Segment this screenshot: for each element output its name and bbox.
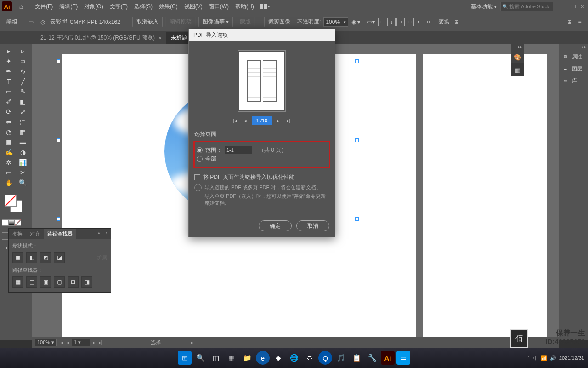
clock[interactable]: 2021/12/31 [559,355,584,361]
graph-tool-icon[interactable]: 📊 [16,157,30,167]
direct-selection-tool-icon[interactable]: ▹ [16,46,30,56]
crop-pf-icon[interactable]: ▢ [54,276,65,288]
all-radio[interactable] [197,156,203,162]
ok-button[interactable]: 确定 [259,220,292,231]
menu-object[interactable]: 对象(O) [84,3,103,11]
scale-tool-icon[interactable]: ⤢ [16,107,30,117]
unite-icon[interactable]: ◼ [12,252,23,263]
hand-tool-icon[interactable]: ✋ [2,178,16,188]
merge-icon[interactable]: ▣ [40,276,51,288]
first-artboard-icon[interactable]: |◂ [58,340,64,345]
transform-label[interactable]: 变换 [438,18,449,26]
home-icon[interactable]: ⌂ [15,0,28,13]
panel-collapse-icon[interactable]: « [96,230,102,236]
menu-help[interactable]: 帮助(H) [235,3,254,11]
fill-stroke-swatches[interactable] [2,195,30,216]
status-play-icon[interactable]: ▸ [190,340,194,345]
app-icon[interactable]: 📋 [350,351,363,365]
first-page-icon[interactable]: |◂ [232,117,239,124]
app-icon[interactable]: 🛡 [303,351,317,365]
prev-page-icon[interactable]: ◂ [242,117,249,124]
gradient-tool-icon[interactable]: ▬ [16,137,30,147]
zoom-field[interactable]: 100% ▾ [35,339,57,346]
wifi-icon[interactable]: 📶 [541,355,547,361]
opacity-input[interactable]: 100%▾ [323,17,348,27]
range-radio[interactable] [197,147,203,153]
color-panel-icon[interactable]: 🎨 [511,51,524,63]
tray-chevron-icon[interactable]: ˄ [527,355,530,361]
task-view-icon[interactable]: ◫ [209,351,223,365]
symbol-sprayer-tool-icon[interactable]: ✲ [2,157,16,167]
menu-view[interactable]: 视图(V) [184,3,203,11]
shaper-tool-icon[interactable]: ✐ [2,97,16,107]
trim-icon[interactable]: ◫ [26,276,37,288]
intersect-icon[interactable]: ◩ [40,252,51,263]
search-task-icon[interactable]: 🔍 [193,351,207,365]
line-tool-icon[interactable]: ╱ [16,76,30,86]
pen-tool-icon[interactable]: ✒ [2,66,16,76]
panel-close-icon[interactable]: × [103,230,110,236]
pathfinder-tab[interactable]: 路径查找器 [44,229,76,239]
widgets-icon[interactable]: ▦ [225,351,238,365]
settings-icon[interactable]: ≡ [575,17,584,27]
layers-panel-button[interactable]: ≣图层 [559,63,588,75]
start-icon[interactable]: ⊞ [178,351,192,365]
rectangle-tool-icon[interactable]: ▭ [2,86,16,97]
next-artboard-icon[interactable]: ▸ [92,340,96,345]
align-menu-icon[interactable]: ▭▾ [366,17,375,27]
next-page-icon[interactable]: ▸ [275,117,282,124]
free-transform-tool-icon[interactable]: ⬚ [16,117,30,127]
perspective-tool-icon[interactable]: ▦ [16,127,30,137]
unembed-button[interactable]: 取消嵌入 [132,17,163,27]
image-trace-button[interactable]: 图像描摹 ▾ [198,17,233,27]
menu-type[interactable]: 文字(T) [110,3,128,11]
slice-tool-icon[interactable]: ✂ [16,167,30,178]
lasso-tool-icon[interactable]: ⊃ [16,56,30,66]
menu-edit[interactable]: 编辑(E) [59,3,78,11]
embed-icon[interactable]: ▭ [26,17,35,27]
menu-window[interactable]: 窗口(W) [209,3,229,11]
outline-icon[interactable]: ⊡ [68,276,79,288]
minimize-icon[interactable]: — [561,2,570,11]
artboard-tool-icon[interactable]: ▭ [2,167,16,178]
swatches-panel-icon[interactable]: ▦ [511,63,524,76]
minus-back-icon[interactable]: ◨ [81,276,92,288]
arrange-docs-icon[interactable]: ▾ [260,4,270,9]
crop-button[interactable]: 裁剪图像 [264,17,294,27]
app-icon[interactable]: 🔧 [365,351,379,365]
maximize-icon[interactable]: ☐ [570,2,578,11]
close-icon[interactable]: ✕ [578,2,586,11]
app-icon[interactable]: Q [318,351,332,365]
align-tab[interactable]: 对齐 [26,229,44,239]
divide-icon[interactable]: ▦ [12,276,23,288]
magic-wand-tool-icon[interactable]: ✦ [2,56,16,66]
edge-icon[interactable]: e [256,351,270,365]
transform-tab[interactable]: 变换 [9,229,26,239]
style-icon[interactable]: ◉ ▾ [351,17,360,27]
paintbrush-tool-icon[interactable]: ✎ [16,86,30,97]
workspace-switcher[interactable]: 基本功能 ▾ [471,3,497,11]
exclude-icon[interactable]: ◪ [54,252,65,263]
menu-file[interactable]: 文件(F) [35,3,53,11]
zoom-tool-icon[interactable]: 🔍 [16,178,30,188]
app-icon[interactable]: ◆ [271,351,285,365]
link-pdf-checkbox[interactable] [194,174,200,180]
range-input[interactable] [225,146,252,154]
align-buttons[interactable]: ⊏⫿⊐ ⊓⫾⊔ [378,18,432,26]
systray[interactable]: ˄ 中 📶 🔊 2021/12/31 [527,355,584,362]
app-icon[interactable]: ▭ [396,351,410,365]
chrome-icon[interactable]: 🌐 [287,351,301,365]
page-number-input[interactable] [252,116,272,125]
type-tool-icon[interactable]: T [2,76,16,86]
minus-front-icon[interactable]: ◧ [26,252,37,263]
eraser-tool-icon[interactable]: ◧ [16,97,30,107]
properties-panel-button[interactable]: ⊞属性 [559,51,588,63]
selection-tool-icon[interactable]: ▸ [2,46,16,56]
link-target-icon[interactable]: ◎ [38,17,47,27]
app-icon[interactable]: 🎵 [334,351,348,365]
last-page-icon[interactable]: ▸| [285,117,292,124]
blend-tool-icon[interactable]: ◑ [16,147,30,157]
cancel-button[interactable]: 取消 [296,220,329,231]
artboard-field[interactable]: 1 ▾ [72,339,90,346]
prev-artboard-icon[interactable]: ◂ [66,340,70,345]
